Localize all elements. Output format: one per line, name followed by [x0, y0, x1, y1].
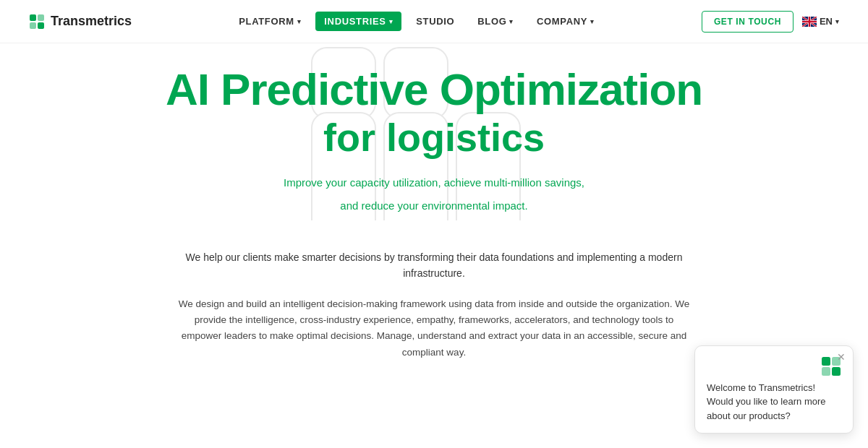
logo[interactable]: Transmetrics — [29, 14, 132, 30]
svg-rect-5 — [822, 357, 830, 366]
hero-title-main: AI Predictive Optimization — [0, 65, 868, 114]
nav-industries-label: INDUSTRIES — [324, 16, 386, 27]
nav-item-company[interactable]: COMPANY ▾ — [528, 12, 603, 31]
chat-bubble: ✕ Welcome to Transmetrics! Would you lik… — [694, 345, 854, 434]
hero-title-sub: for logistics — [0, 114, 868, 161]
language-selector[interactable]: EN ▾ — [802, 16, 839, 27]
nav-item-industries[interactable]: INDUSTRIES ▾ — [315, 12, 401, 31]
chat-close-button[interactable]: ✕ — [837, 352, 846, 362]
body-paragraph-1: We help our clients make smarter decisio… — [174, 249, 694, 282]
nav-item-blog[interactable]: BLOG ▾ — [469, 12, 522, 31]
get-in-touch-button[interactable]: GET IN TOUCH — [702, 11, 793, 33]
nav-item-studio[interactable]: STUDIO — [407, 12, 463, 31]
nav-platform-label: PLATFORM — [239, 16, 294, 27]
uk-flag-icon — [802, 17, 817, 27]
nav-blog-label: BLOG — [477, 16, 506, 27]
body-paragraph-2: We design and build an intelligent decis… — [174, 296, 694, 361]
nav-links: PLATFORM ▾ INDUSTRIES ▾ STUDIO BLOG ▾ CO… — [230, 12, 603, 31]
svg-rect-0 — [30, 14, 36, 21]
svg-rect-7 — [822, 367, 830, 376]
chevron-down-icon: ▾ — [297, 18, 302, 25]
svg-rect-3 — [38, 22, 44, 29]
chat-logo — [707, 356, 841, 376]
hero-content: AI Predictive Optimization for logistics… — [0, 65, 868, 215]
logo-text: Transmetrics — [51, 14, 132, 29]
navigation: Transmetrics PLATFORM ▾ INDUSTRIES ▾ STU… — [0, 0, 868, 43]
svg-rect-1 — [38, 14, 44, 21]
lang-chevron-icon: ▾ — [835, 18, 839, 25]
nav-item-platform[interactable]: PLATFORM ▾ — [230, 12, 310, 31]
chat-widget: ✕ Welcome to Transmetrics! Would you lik… — [694, 345, 854, 434]
chevron-down-icon: ▾ — [509, 18, 514, 25]
svg-rect-2 — [30, 22, 36, 29]
nav-studio-label: STUDIO — [416, 16, 454, 27]
logo-icon — [29, 14, 45, 30]
hero-subtitle-line1: Improve your capacity utilization, achie… — [0, 174, 868, 191]
nav-right: GET IN TOUCH EN ▾ — [702, 11, 839, 33]
body-section: We help our clients make smarter decisio… — [0, 249, 868, 361]
chat-message: Welcome to Transmetrics! Would you like … — [707, 381, 841, 423]
lang-code: EN — [820, 16, 833, 27]
chevron-down-icon: ▾ — [590, 18, 595, 25]
nav-company-label: COMPANY — [537, 16, 587, 27]
chevron-down-icon: ▾ — [389, 18, 393, 25]
hero-subtitle-line2: and reduce your environmental impact. — [0, 197, 868, 215]
svg-rect-8 — [832, 367, 841, 376]
hero-section: AI Predictive Optimization for logistics… — [0, 43, 868, 220]
